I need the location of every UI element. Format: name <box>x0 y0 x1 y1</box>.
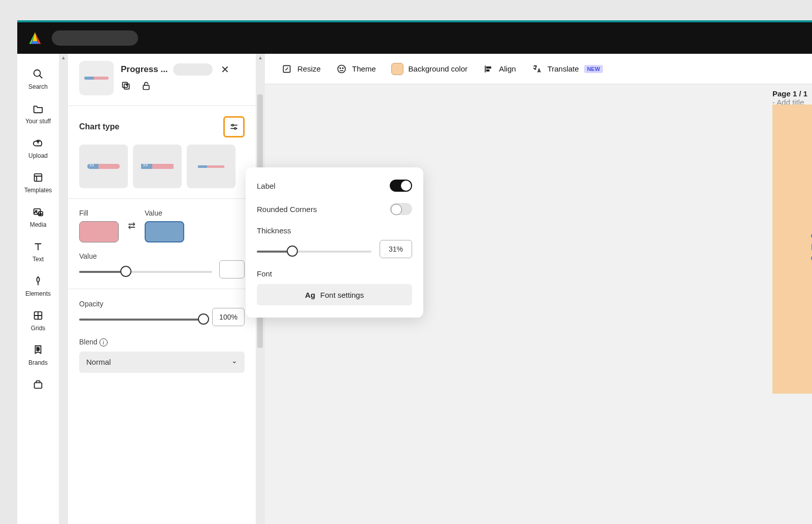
value-slider-label: Value <box>79 252 97 260</box>
chart-settings-popover: Label Rounded Corners Thickness 31% Font… <box>246 167 423 318</box>
chart-type-option[interactable]: XX <box>79 145 128 188</box>
topbar-search[interactable] <box>52 30 138 46</box>
close-icon[interactable]: ✕ <box>221 63 229 76</box>
blend-select[interactable]: Normal <box>79 352 245 373</box>
rail-elements[interactable]: Elements <box>17 270 59 302</box>
svg-point-18 <box>340 67 341 68</box>
scrollbar-left[interactable]: ▲ <box>59 54 68 524</box>
rounded-toggle[interactable] <box>390 203 412 215</box>
grids-icon <box>32 309 44 322</box>
translate-button[interactable]: Translate NEW <box>531 63 603 75</box>
opacity-slider[interactable] <box>79 313 205 326</box>
value-slider[interactable] <box>79 266 212 278</box>
rail-templates[interactable]: Templates <box>17 166 59 199</box>
opacity-label: Opacity <box>79 300 103 308</box>
duplicate-icon[interactable] <box>121 81 131 93</box>
upload-icon <box>32 137 44 149</box>
thickness-slider[interactable] <box>257 246 371 258</box>
title-pill[interactable] <box>173 63 213 76</box>
svg-rect-21 <box>487 66 491 68</box>
rail-media[interactable]: Media <box>17 201 59 233</box>
properties-panel: Progress ... ✕ <box>68 54 256 524</box>
rail-label: Grids <box>31 325 46 332</box>
rail-label: Templates <box>24 187 52 194</box>
popover-thickness-text: Thickness <box>257 226 291 235</box>
popover-font-text: Font <box>257 269 272 278</box>
svg-point-0 <box>34 70 41 77</box>
text-icon <box>32 240 44 253</box>
folder-icon <box>32 102 44 115</box>
swap-icon[interactable]: ⇄ <box>128 220 136 231</box>
rail-label: Text <box>32 256 44 263</box>
chart-type-heading: Chart type <box>79 122 119 131</box>
rail-label: Your stuff <box>25 118 51 125</box>
fill-label: Fill <box>79 209 119 217</box>
selection-thumb <box>79 61 114 95</box>
theme-button[interactable]: Theme <box>336 63 376 75</box>
value-color-swatch[interactable] <box>145 221 184 242</box>
bgcolor-swatch-icon <box>391 63 403 75</box>
bgcolor-label: Background color <box>409 64 468 73</box>
resize-button[interactable]: Resize <box>281 63 321 75</box>
theme-icon <box>336 63 347 75</box>
svg-rect-2 <box>35 174 42 182</box>
svg-point-17 <box>337 65 345 73</box>
align-label: Align <box>499 64 516 73</box>
elements-icon <box>32 275 44 287</box>
resize-icon <box>281 63 292 75</box>
rail-upload[interactable]: Upload <box>17 132 59 164</box>
rail-text[interactable]: Text <box>17 235 59 268</box>
svg-point-13 <box>232 124 233 126</box>
rail-addons[interactable] <box>17 373 59 396</box>
left-rail: Search Your stuff Upload Templates <box>17 54 59 524</box>
translate-icon <box>531 63 543 75</box>
rail-label: Brands <box>28 359 48 366</box>
value-label: Value <box>145 209 184 217</box>
addon-icon <box>32 378 44 391</box>
context-toolbar: Resize Theme Background color Align <box>265 54 812 84</box>
chart-type-option[interactable] <box>187 145 235 188</box>
opacity-input[interactable]: 100% <box>212 308 245 326</box>
popover-label-text: Label <box>257 182 276 190</box>
svg-rect-11 <box>143 85 149 89</box>
svg-point-15 <box>234 128 236 129</box>
search-icon <box>32 68 44 80</box>
resize-label: Resize <box>297 64 321 73</box>
thickness-input[interactable]: 31% <box>380 240 412 258</box>
blend-label: Blendi <box>79 338 108 346</box>
brands-icon: B <box>32 344 44 356</box>
translate-label: Translate <box>548 64 579 73</box>
chart-type-option[interactable]: XX <box>133 145 182 188</box>
svg-rect-22 <box>487 69 489 71</box>
chart-type-settings-button[interactable] <box>223 116 245 137</box>
align-icon <box>483 63 494 75</box>
topbar <box>17 22 812 54</box>
popover-rounded-text: Rounded Corners <box>257 205 317 214</box>
bgcolor-button[interactable]: Background color <box>391 63 468 75</box>
align-button[interactable]: Align <box>483 63 516 75</box>
templates-icon <box>32 171 44 184</box>
lock-icon[interactable] <box>141 81 151 93</box>
page-label[interactable]: Page 1 / 1 - Add title <box>772 89 812 107</box>
artboard[interactable]: 35% <box>772 104 812 394</box>
rail-grids[interactable]: Grids <box>17 304 59 337</box>
label-toggle[interactable] <box>390 180 412 192</box>
rail-your-stuff[interactable]: Your stuff <box>17 97 59 130</box>
new-badge: NEW <box>584 65 603 73</box>
rail-search[interactable]: Search <box>17 63 59 95</box>
rail-label: Search <box>28 83 48 90</box>
svg-text:B: B <box>37 347 40 352</box>
theme-label: Theme <box>352 64 376 73</box>
rail-brands[interactable]: B Brands <box>17 339 59 371</box>
selection-title: Progress ... <box>121 64 168 75</box>
info-icon[interactable]: i <box>99 338 108 346</box>
app-logo <box>27 30 43 46</box>
rail-label: Media <box>30 221 47 228</box>
media-icon <box>32 206 44 218</box>
font-settings-button[interactable]: AgFont settings <box>257 284 412 305</box>
rail-label: Elements <box>25 290 51 297</box>
fill-color-swatch[interactable] <box>79 221 119 242</box>
svg-point-19 <box>343 67 344 68</box>
rail-label: Upload <box>28 152 48 159</box>
value-input[interactable] <box>219 260 245 278</box>
